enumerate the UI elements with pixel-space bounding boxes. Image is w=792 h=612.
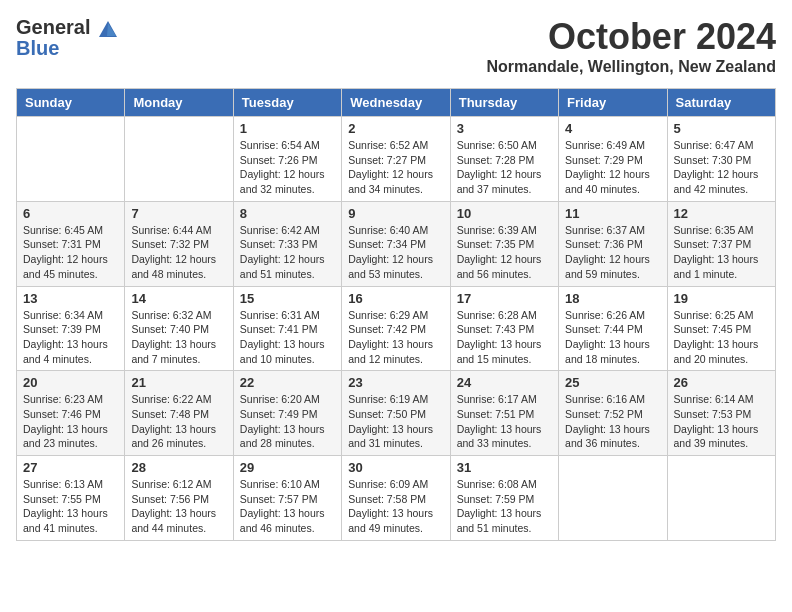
day-info: Sunrise: 6:12 AM Sunset: 7:56 PM Dayligh… — [131, 477, 226, 536]
day-number: 18 — [565, 291, 660, 306]
calendar-cell — [559, 456, 667, 541]
calendar-cell: 29Sunrise: 6:10 AM Sunset: 7:57 PM Dayli… — [233, 456, 341, 541]
calendar-cell: 30Sunrise: 6:09 AM Sunset: 7:58 PM Dayli… — [342, 456, 450, 541]
day-number: 11 — [565, 206, 660, 221]
day-number: 20 — [23, 375, 118, 390]
calendar-week-row: 20Sunrise: 6:23 AM Sunset: 7:46 PM Dayli… — [17, 371, 776, 456]
weekday-header: Friday — [559, 89, 667, 117]
day-number: 29 — [240, 460, 335, 475]
day-info: Sunrise: 6:14 AM Sunset: 7:53 PM Dayligh… — [674, 392, 769, 451]
day-info: Sunrise: 6:40 AM Sunset: 7:34 PM Dayligh… — [348, 223, 443, 282]
day-number: 8 — [240, 206, 335, 221]
day-info: Sunrise: 6:32 AM Sunset: 7:40 PM Dayligh… — [131, 308, 226, 367]
calendar-cell: 16Sunrise: 6:29 AM Sunset: 7:42 PM Dayli… — [342, 286, 450, 371]
day-number: 16 — [348, 291, 443, 306]
day-info: Sunrise: 6:49 AM Sunset: 7:29 PM Dayligh… — [565, 138, 660, 197]
day-info: Sunrise: 6:39 AM Sunset: 7:35 PM Dayligh… — [457, 223, 552, 282]
logo-icon — [97, 19, 119, 41]
day-number: 22 — [240, 375, 335, 390]
calendar-cell: 14Sunrise: 6:32 AM Sunset: 7:40 PM Dayli… — [125, 286, 233, 371]
day-number: 5 — [674, 121, 769, 136]
day-info: Sunrise: 6:13 AM Sunset: 7:55 PM Dayligh… — [23, 477, 118, 536]
calendar-cell: 20Sunrise: 6:23 AM Sunset: 7:46 PM Dayli… — [17, 371, 125, 456]
day-info: Sunrise: 6:25 AM Sunset: 7:45 PM Dayligh… — [674, 308, 769, 367]
weekday-header: Wednesday — [342, 89, 450, 117]
day-number: 12 — [674, 206, 769, 221]
day-info: Sunrise: 6:08 AM Sunset: 7:59 PM Dayligh… — [457, 477, 552, 536]
day-number: 28 — [131, 460, 226, 475]
calendar-week-row: 6Sunrise: 6:45 AM Sunset: 7:31 PM Daylig… — [17, 201, 776, 286]
day-info: Sunrise: 6:35 AM Sunset: 7:37 PM Dayligh… — [674, 223, 769, 282]
day-number: 10 — [457, 206, 552, 221]
day-info: Sunrise: 6:31 AM Sunset: 7:41 PM Dayligh… — [240, 308, 335, 367]
day-number: 31 — [457, 460, 552, 475]
calendar-cell: 26Sunrise: 6:14 AM Sunset: 7:53 PM Dayli… — [667, 371, 775, 456]
logo: General Blue — [16, 16, 121, 60]
calendar-cell: 13Sunrise: 6:34 AM Sunset: 7:39 PM Dayli… — [17, 286, 125, 371]
calendar-cell — [17, 117, 125, 202]
day-number: 19 — [674, 291, 769, 306]
day-info: Sunrise: 6:09 AM Sunset: 7:58 PM Dayligh… — [348, 477, 443, 536]
day-number: 23 — [348, 375, 443, 390]
logo-general: General — [16, 20, 121, 37]
day-number: 14 — [131, 291, 226, 306]
day-info: Sunrise: 6:37 AM Sunset: 7:36 PM Dayligh… — [565, 223, 660, 282]
calendar-table: SundayMondayTuesdayWednesdayThursdayFrid… — [16, 88, 776, 541]
calendar-cell: 6Sunrise: 6:45 AM Sunset: 7:31 PM Daylig… — [17, 201, 125, 286]
calendar-cell: 7Sunrise: 6:44 AM Sunset: 7:32 PM Daylig… — [125, 201, 233, 286]
calendar-cell: 5Sunrise: 6:47 AM Sunset: 7:30 PM Daylig… — [667, 117, 775, 202]
page-header: General Blue October 2024 Normandale, We… — [16, 16, 776, 76]
calendar-header-row: SundayMondayTuesdayWednesdayThursdayFrid… — [17, 89, 776, 117]
day-info: Sunrise: 6:23 AM Sunset: 7:46 PM Dayligh… — [23, 392, 118, 451]
calendar-cell: 3Sunrise: 6:50 AM Sunset: 7:28 PM Daylig… — [450, 117, 558, 202]
calendar-week-row: 13Sunrise: 6:34 AM Sunset: 7:39 PM Dayli… — [17, 286, 776, 371]
svg-marker-1 — [107, 23, 116, 36]
day-number: 26 — [674, 375, 769, 390]
calendar-cell — [125, 117, 233, 202]
day-number: 30 — [348, 460, 443, 475]
day-number: 7 — [131, 206, 226, 221]
calendar-cell: 27Sunrise: 6:13 AM Sunset: 7:55 PM Dayli… — [17, 456, 125, 541]
day-info: Sunrise: 6:26 AM Sunset: 7:44 PM Dayligh… — [565, 308, 660, 367]
day-info: Sunrise: 6:47 AM Sunset: 7:30 PM Dayligh… — [674, 138, 769, 197]
day-number: 2 — [348, 121, 443, 136]
day-info: Sunrise: 6:10 AM Sunset: 7:57 PM Dayligh… — [240, 477, 335, 536]
day-info: Sunrise: 6:54 AM Sunset: 7:26 PM Dayligh… — [240, 138, 335, 197]
day-number: 13 — [23, 291, 118, 306]
day-info: Sunrise: 6:29 AM Sunset: 7:42 PM Dayligh… — [348, 308, 443, 367]
day-number: 15 — [240, 291, 335, 306]
logo-text: General Blue — [16, 16, 121, 60]
calendar-week-row: 1Sunrise: 6:54 AM Sunset: 7:26 PM Daylig… — [17, 117, 776, 202]
calendar-cell: 10Sunrise: 6:39 AM Sunset: 7:35 PM Dayli… — [450, 201, 558, 286]
day-info: Sunrise: 6:20 AM Sunset: 7:49 PM Dayligh… — [240, 392, 335, 451]
calendar-cell: 25Sunrise: 6:16 AM Sunset: 7:52 PM Dayli… — [559, 371, 667, 456]
calendar-week-row: 27Sunrise: 6:13 AM Sunset: 7:55 PM Dayli… — [17, 456, 776, 541]
calendar-cell: 21Sunrise: 6:22 AM Sunset: 7:48 PM Dayli… — [125, 371, 233, 456]
weekday-header: Sunday — [17, 89, 125, 117]
day-info: Sunrise: 6:28 AM Sunset: 7:43 PM Dayligh… — [457, 308, 552, 367]
day-number: 24 — [457, 375, 552, 390]
month-title: October 2024 — [486, 16, 776, 58]
calendar-cell: 17Sunrise: 6:28 AM Sunset: 7:43 PM Dayli… — [450, 286, 558, 371]
day-info: Sunrise: 6:52 AM Sunset: 7:27 PM Dayligh… — [348, 138, 443, 197]
day-info: Sunrise: 6:17 AM Sunset: 7:51 PM Dayligh… — [457, 392, 552, 451]
calendar-cell: 15Sunrise: 6:31 AM Sunset: 7:41 PM Dayli… — [233, 286, 341, 371]
calendar-cell: 2Sunrise: 6:52 AM Sunset: 7:27 PM Daylig… — [342, 117, 450, 202]
calendar-cell — [667, 456, 775, 541]
calendar-cell: 9Sunrise: 6:40 AM Sunset: 7:34 PM Daylig… — [342, 201, 450, 286]
day-number: 6 — [23, 206, 118, 221]
weekday-header: Monday — [125, 89, 233, 117]
calendar-cell: 28Sunrise: 6:12 AM Sunset: 7:56 PM Dayli… — [125, 456, 233, 541]
calendar-cell: 4Sunrise: 6:49 AM Sunset: 7:29 PM Daylig… — [559, 117, 667, 202]
day-number: 9 — [348, 206, 443, 221]
calendar-cell: 12Sunrise: 6:35 AM Sunset: 7:37 PM Dayli… — [667, 201, 775, 286]
calendar-cell: 19Sunrise: 6:25 AM Sunset: 7:45 PM Dayli… — [667, 286, 775, 371]
day-info: Sunrise: 6:44 AM Sunset: 7:32 PM Dayligh… — [131, 223, 226, 282]
day-info: Sunrise: 6:19 AM Sunset: 7:50 PM Dayligh… — [348, 392, 443, 451]
day-number: 1 — [240, 121, 335, 136]
day-info: Sunrise: 6:42 AM Sunset: 7:33 PM Dayligh… — [240, 223, 335, 282]
day-number: 4 — [565, 121, 660, 136]
location-subtitle: Normandale, Wellington, New Zealand — [486, 58, 776, 76]
calendar-cell: 31Sunrise: 6:08 AM Sunset: 7:59 PM Dayli… — [450, 456, 558, 541]
calendar-cell: 18Sunrise: 6:26 AM Sunset: 7:44 PM Dayli… — [559, 286, 667, 371]
